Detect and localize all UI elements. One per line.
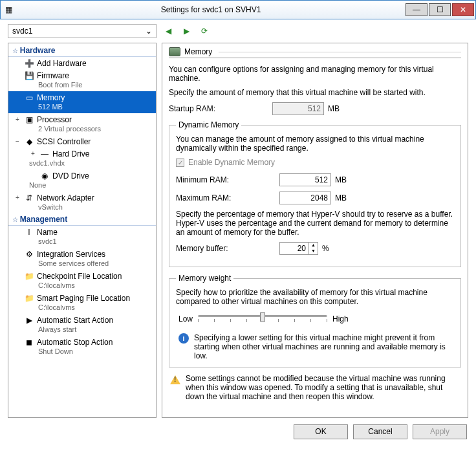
tree-item-icon: — <box>39 149 50 159</box>
max-ram-input[interactable]: 2048 <box>279 192 331 204</box>
tree-item-label: Integration Services <box>37 250 105 259</box>
expander-icon[interactable]: + <box>14 116 21 123</box>
tree-item-icon: ▭ <box>24 93 34 103</box>
stepper-down-icon[interactable]: ▼ <box>309 248 318 254</box>
tree-item-icon: ⚙ <box>24 249 34 259</box>
intro-text-2: Specify the amount of memory that this v… <box>169 88 461 97</box>
dynamic-memory-group: Dynamic Memory You can manage the amount… <box>169 120 461 267</box>
unit-mb: MB <box>328 104 340 113</box>
tree-item-icon: I <box>24 227 34 237</box>
tree-item-icon: 💾 <box>24 71 34 81</box>
tree-item[interactable]: ▭Memory512 MB <box>8 91 156 113</box>
detail-panel: Memory You can configure options for ass… <box>162 43 468 418</box>
ok-button[interactable]: OK <box>294 424 348 439</box>
tree-item-sub: 2 Virtual processors <box>14 125 153 135</box>
minimize-button[interactable]: — <box>406 3 427 16</box>
tree-item[interactable]: INamesvdc1 <box>8 226 156 248</box>
tree-item-icon: 📁 <box>24 271 34 281</box>
tree-item-icon: ▣ <box>24 115 34 125</box>
tree-item-sub: 512 MB <box>14 103 153 113</box>
checkbox-icon: ✓ <box>176 159 184 167</box>
cancel-button[interactable]: Cancel <box>353 424 407 439</box>
tree-item-sub: None <box>14 181 153 191</box>
toolbar: svdc1 ⌄ ◀ ▶ ⟳ <box>0 19 476 43</box>
startup-ram-label: Startup RAM: <box>169 104 272 113</box>
section-management: Management <box>8 214 156 226</box>
min-ram-input[interactable]: 512 <box>279 173 331 186</box>
tree-item-sub: Boot from File <box>14 81 153 91</box>
stepper-up-icon[interactable]: ▲ <box>309 243 318 248</box>
min-ram-label: Minimum RAM: <box>176 175 279 184</box>
buffer-label: Memory buffer: <box>176 244 279 253</box>
tree-item[interactable]: 📁Checkpoint File LocationC:\localvms <box>8 270 156 292</box>
refresh-button[interactable]: ⟳ <box>198 25 211 38</box>
tree-item-icon: ◼ <box>24 337 34 347</box>
memory-weight-slider[interactable] <box>198 311 327 327</box>
apply-button: Apply <box>413 424 467 439</box>
tree-item[interactable]: ◼Automatic Stop ActionShut Down <box>8 336 156 358</box>
tree-item-label: Memory <box>37 93 65 102</box>
tree-item-icon: ⇵ <box>24 193 34 203</box>
panel-title: Memory <box>184 47 212 56</box>
tree-item[interactable]: ➕Add Hardware <box>8 57 156 69</box>
window-title: Settings for svdc1 on SVHV1 <box>16 5 406 14</box>
memory-icon <box>169 47 180 56</box>
tree-item-sub: C:\localvms <box>14 281 153 291</box>
close-button[interactable]: ✕ <box>452 3 474 16</box>
intro-text-1: You can configure options for assigning … <box>169 65 461 83</box>
maximize-button[interactable]: ☐ <box>429 3 451 16</box>
tree-item-sub: Some services offered <box>14 259 153 269</box>
tree-item-label: DVD Drive <box>52 171 89 181</box>
tree-item-sub: C:\localvms <box>14 303 153 313</box>
expander-icon[interactable]: − <box>14 138 21 145</box>
tree-item-label: SCSI Controller <box>37 137 91 146</box>
slider-low-label: Low <box>178 314 193 323</box>
memory-buffer-input[interactable]: 20 ▲▼ <box>279 242 318 255</box>
tree-item-label: Automatic Start Action <box>37 316 113 325</box>
warning-text: Some settings cannot be modified because… <box>186 374 460 401</box>
tree-item[interactable]: ▶Automatic Start ActionAlways start <box>8 314 156 336</box>
expander-icon[interactable]: + <box>14 194 21 201</box>
tree-item-sub: svdc1 <box>14 237 153 247</box>
settings-tree[interactable]: Hardware ➕Add Hardware💾FirmwareBoot from… <box>8 43 157 418</box>
app-icon: ▦ <box>1 5 16 14</box>
memory-weight-group: Memory weight Specify how to prioritize … <box>169 274 461 367</box>
vm-selector[interactable]: svdc1 ⌄ <box>8 24 157 38</box>
tree-item-label: Automatic Stop Action <box>37 338 113 347</box>
nav-back-button[interactable]: ◀ <box>162 25 175 38</box>
tree-item[interactable]: 📁Smart Paging File LocationC:\localvms <box>8 292 156 314</box>
section-hardware: Hardware <box>8 45 156 57</box>
buffer-value: 20 <box>280 243 308 254</box>
expander-icon[interactable]: + <box>29 150 37 157</box>
slider-thumb[interactable] <box>260 312 265 322</box>
tree-item-label: Processor <box>37 115 72 124</box>
tree-item-label: Hard Drive <box>52 149 89 159</box>
tree-item[interactable]: +⇵Network AdaptervSwitch <box>8 192 156 214</box>
tree-item[interactable]: 💾FirmwareBoot from File <box>8 69 156 91</box>
tree-item[interactable]: ⚙Integration ServicesSome services offer… <box>8 248 156 270</box>
tree-item[interactable]: +—Hard Drivesvdc1.vhdx <box>8 148 156 170</box>
tree-item-label: Name <box>37 228 58 237</box>
chevron-down-icon: ⌄ <box>146 27 152 36</box>
tree-item-label: Smart Paging File Location <box>37 294 130 303</box>
max-ram-label: Maximum RAM: <box>176 193 279 203</box>
tree-item-sub: Always start <box>14 325 153 335</box>
weight-info-text: Specifying a lower setting for this virt… <box>194 333 451 360</box>
tree-item-icon: ▶ <box>24 315 34 325</box>
tree-item-label: Network Adapter <box>37 193 94 203</box>
tree-item[interactable]: ◉DVD DriveNone <box>8 170 156 192</box>
memory-weight-legend: Memory weight <box>176 274 233 283</box>
tree-item-label: Firmware <box>37 71 69 80</box>
tree-item-icon: ◉ <box>39 171 50 181</box>
buffer-intro: Specify the percentage of memory that Hy… <box>176 210 454 237</box>
tree-item-icon: ◆ <box>24 137 34 147</box>
memory-weight-intro: Specify how to prioritize the availabili… <box>176 288 454 306</box>
info-icon: i <box>178 333 189 344</box>
tree-item[interactable]: +▣Processor2 Virtual processors <box>8 113 156 135</box>
startup-ram-input: 512 <box>272 102 324 115</box>
tree-item-icon: ➕ <box>24 58 34 69</box>
tree-item-label: Checkpoint File Location <box>37 272 122 281</box>
nav-forward-button[interactable]: ▶ <box>180 25 193 38</box>
dialog-buttons: OK Cancel Apply <box>0 418 476 445</box>
tree-item[interactable]: −◆SCSI Controller <box>8 135 156 148</box>
